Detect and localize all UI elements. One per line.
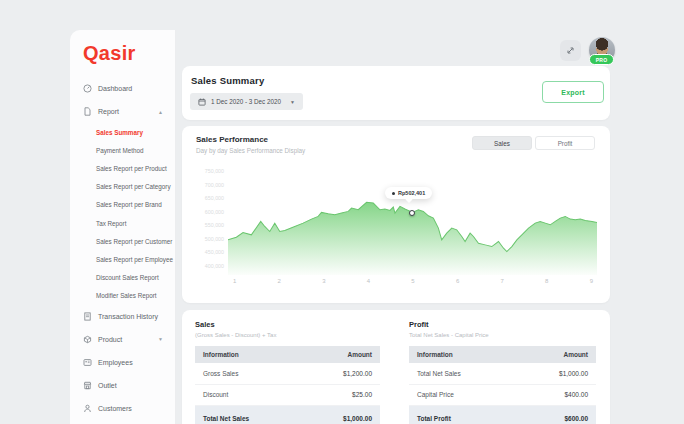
y-axis: 750,000700,000650,000600,000550,000500,0… xyxy=(190,168,224,269)
report-icon xyxy=(83,107,92,116)
sidebar-item-sales-report-per-category[interactable]: Sales Report per Category xyxy=(70,178,175,196)
calendar-icon xyxy=(198,98,206,106)
chevron-down-icon: ▼ xyxy=(158,336,163,342)
employees-icon xyxy=(83,358,92,367)
tooltip-value: Rp502,401 xyxy=(398,190,425,196)
sidebar-item-modifier-sales-report[interactable]: Modifier Sales Report xyxy=(70,287,175,305)
x-axis: 123456789 xyxy=(228,278,597,284)
sidebar-item-customers[interactable]: Customers xyxy=(70,397,175,420)
chart-subtitle: Day by day Sales Performance Display xyxy=(196,147,305,154)
table-row: Gross Sales $1,200.00 xyxy=(195,363,380,385)
sidebar-item-report[interactable]: Report ▲ xyxy=(70,100,175,123)
sidebar-item-dashboard[interactable]: Dashboard xyxy=(70,77,175,100)
y-axis-tick: 700,000 xyxy=(205,182,224,188)
chevron-up-icon: ▲ xyxy=(158,109,163,115)
x-axis-tick: 4 xyxy=(367,278,370,284)
resize-diagonal-icon xyxy=(566,46,575,55)
dashboard-icon xyxy=(83,84,92,93)
sidebar-nav: Dashboard Report ▲ Sales Summary Payment… xyxy=(70,77,175,420)
transaction-history-icon xyxy=(83,312,92,321)
y-axis-tick: 600,000 xyxy=(205,209,224,215)
sidebar-item-tax-report[interactable]: Tax Report xyxy=(70,214,175,232)
x-axis-tick: 8 xyxy=(545,278,548,284)
x-axis-tick: 2 xyxy=(278,278,281,284)
y-axis-tick: 750,000 xyxy=(205,168,224,174)
chart-plot-area xyxy=(228,193,597,275)
x-axis-tick: 7 xyxy=(500,278,503,284)
toggle-profit[interactable]: Profit xyxy=(535,136,595,150)
table-total-row: Total Profit $600.00 xyxy=(409,406,596,424)
x-axis-tick: 3 xyxy=(322,278,325,284)
sidebar-item-sales-report-per-brand[interactable]: Sales Report per Brand xyxy=(70,196,175,214)
chart-title: Sales Performance xyxy=(196,135,268,144)
x-axis-tick: 6 xyxy=(456,278,459,284)
sales-performance-card: Sales Performance Day by day Sales Perfo… xyxy=(182,126,610,303)
sidebar-item-sales-report-per-customer[interactable]: Sales Report per Customer xyxy=(70,232,175,250)
sidebar: Qasir Dashboard Report ▲ Sales Summary P… xyxy=(70,30,176,424)
table-row: Discount $25.00 xyxy=(195,385,380,407)
toggle-sales[interactable]: Sales xyxy=(472,136,532,150)
customers-icon xyxy=(83,404,92,413)
sales-table-section: Sales (Gross Sales - Discount) + Tax Inf… xyxy=(195,320,380,424)
sidebar-item-sales-report-per-product[interactable]: Sales Report per Product xyxy=(70,159,175,177)
x-axis-tick: 1 xyxy=(233,278,236,284)
table-header-row: Information Amount xyxy=(409,346,596,363)
sidebar-item-employees[interactable]: Employees xyxy=(70,351,175,374)
x-axis-tick: 9 xyxy=(590,278,593,284)
y-axis-tick: 450,000 xyxy=(205,249,224,255)
chart-toggle-group: Sales Profit xyxy=(472,136,595,150)
sales-table-formula: (Gross Sales - Discount) + Tax xyxy=(195,332,380,338)
sidebar-item-payment-method[interactable]: Payment Method xyxy=(70,141,175,159)
sidebar-item-sales-report-per-employee[interactable]: Sales Report per Employee xyxy=(70,250,175,268)
sales-table-title: Sales xyxy=(195,320,380,329)
table-total-row: Total Net Sales $1,000.00 xyxy=(195,406,380,424)
date-range-value: 1 Dec 2020 - 3 Dec 2020 xyxy=(211,98,281,105)
x-axis-tick: 5 xyxy=(411,278,414,284)
sidebar-item-discount-sales-report[interactable]: Discount Sales Report xyxy=(70,269,175,287)
sidebar-item-transaction-history[interactable]: Transaction History xyxy=(70,305,175,328)
sales-table: Information Amount Gross Sales $1,200.00… xyxy=(195,346,380,424)
outlet-icon xyxy=(83,381,92,390)
y-axis-tick: 550,000 xyxy=(205,222,224,228)
page-title: Sales Summary xyxy=(191,75,264,86)
profit-table-section: Profit Total Net Sales - Capital Price I… xyxy=(409,320,596,424)
pro-badge: PRO xyxy=(589,54,614,65)
profit-table: Information Amount Total Net Sales $1,00… xyxy=(409,346,596,424)
summary-tables-card: Sales (Gross Sales - Discount) + Tax Inf… xyxy=(182,310,610,424)
chart-tooltip: Rp502,401 xyxy=(385,187,432,199)
chevron-down-icon: ▼ xyxy=(290,99,295,105)
sales-area-chart xyxy=(228,193,597,275)
profit-table-formula: Total Net Sales - Capital Price xyxy=(409,332,596,338)
tooltip-dot-icon xyxy=(392,192,395,195)
sidebar-item-outlet[interactable]: Outlet xyxy=(70,374,175,397)
profit-table-title: Profit xyxy=(409,320,596,329)
y-axis-tick: 400,000 xyxy=(205,263,224,269)
table-header-row: Information Amount xyxy=(195,346,380,363)
qasir-logo[interactable]: Qasir xyxy=(83,42,175,65)
y-axis-tick: 500,000 xyxy=(205,236,224,242)
y-axis-tick: 650,000 xyxy=(205,195,224,201)
sidebar-item-product[interactable]: Product ▼ xyxy=(70,328,175,351)
expand-button[interactable] xyxy=(560,40,581,61)
date-range-picker[interactable]: 1 Dec 2020 - 3 Dec 2020 ▼ xyxy=(190,93,303,110)
export-button[interactable]: Export xyxy=(542,81,604,103)
sidebar-item-sales-summary[interactable]: Sales Summary xyxy=(70,123,175,141)
page-header-card: Sales Summary 1 Dec 2020 - 3 Dec 2020 ▼ … xyxy=(182,66,610,120)
table-row: Total Net Sales $1,000.00 xyxy=(409,363,596,385)
product-icon xyxy=(83,335,92,344)
chart-point-marker xyxy=(409,210,415,216)
table-row: Capital Price $400.00 xyxy=(409,385,596,407)
